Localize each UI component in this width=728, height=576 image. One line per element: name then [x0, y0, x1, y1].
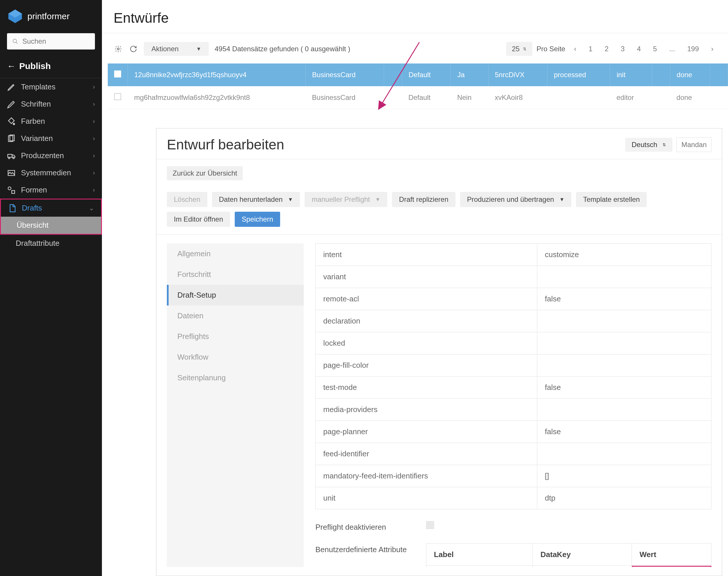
delete-button[interactable]: Löschen: [167, 192, 207, 207]
preflight-disable-checkbox[interactable]: [426, 521, 434, 529]
mandant-input[interactable]: [676, 138, 711, 152]
pager-page[interactable]: 4: [634, 43, 644, 55]
col-type[interactable]: BusinessCard: [305, 63, 384, 86]
search-input-wrapper[interactable]: [7, 33, 95, 50]
col-variant[interactable]: Default: [402, 63, 450, 86]
kv-value: [537, 399, 711, 421]
pager-prev[interactable]: ‹: [571, 43, 579, 55]
download-data-button[interactable]: Daten herunterladen▼: [212, 192, 300, 207]
pagination: ‹ 1 2 3 4 5 ... 199 ›: [571, 43, 716, 55]
nav-templates[interactable]: Templates›: [0, 78, 102, 95]
kv-key: feed-identifier: [316, 443, 537, 465]
tab-fortschritt[interactable]: Fortschritt: [167, 264, 304, 285]
custom-attributes-table: Label DataKey Wert Auflage quantity: [426, 543, 711, 567]
open-editor-button[interactable]: Im Editor öffnen: [167, 212, 230, 227]
cell: mg6hafmzuowlfwla6sh92zg2vtkk9nt8: [128, 86, 306, 109]
kv-key: mandatory-feed-item-identifiers: [316, 465, 537, 487]
nav-drafts-draftattribute[interactable]: Draftattribute: [0, 235, 102, 252]
detail-tabs: Allgemein Fortschritt Draft-Setup Dateie…: [167, 243, 304, 567]
select-all-header[interactable]: [108, 63, 128, 86]
pager-page[interactable]: 5: [650, 43, 660, 55]
nav-farben[interactable]: Farben›: [0, 113, 102, 130]
kv-row: intentcustomize: [316, 244, 711, 266]
search-input[interactable]: [22, 37, 90, 46]
nav-drafts[interactable]: Drafts⌄: [1, 199, 101, 217]
pager-next[interactable]: ›: [708, 43, 716, 55]
kv-key: intent: [316, 244, 537, 266]
nav-systemmedien[interactable]: Systemmedien›: [0, 164, 102, 181]
pager-page[interactable]: 2: [602, 43, 612, 55]
nav-label: Schriften: [21, 99, 51, 109]
caret-down-icon: ▼: [196, 46, 201, 52]
kv-value: false: [537, 377, 711, 399]
page-size-control: 25 ⇅ Pro Seite: [506, 42, 565, 56]
preflight-disable-row: Preflight deaktivieren: [315, 521, 711, 532]
table-row[interactable]: mg6hafmzuowlfwla6sh92zg2vtkk9nt8 Busines…: [108, 86, 728, 109]
col-id[interactable]: 12u8nnike2vwfjrzc36yd1f5qshuoyv4: [128, 63, 306, 86]
kv-value: []: [537, 465, 711, 487]
tab-dateien[interactable]: Dateien: [167, 306, 304, 326]
caret-down-icon: ▼: [288, 197, 293, 203]
attr-col-datakey: DataKey: [533, 544, 632, 566]
cell: xvKAoir8: [488, 86, 547, 109]
chevron-right-icon: ›: [93, 169, 95, 177]
produce-transfer-button[interactable]: Produzieren und übertragen▼: [460, 192, 572, 207]
preflight-disable-label: Preflight deaktivieren: [315, 521, 414, 532]
language-select[interactable]: Deutsch ⇅: [625, 138, 672, 152]
label: Daten herunterladen: [219, 195, 283, 204]
kv-row: page-plannerfalse: [316, 421, 711, 443]
sidebar: printformer ← Publish Templates› Schrift…: [0, 0, 102, 576]
kv-row: feed-identifier: [316, 443, 711, 465]
kv-row: locked: [316, 332, 711, 354]
nav-varianten[interactable]: Varianten›: [0, 130, 102, 147]
col-blank2[interactable]: [652, 63, 670, 86]
nav-schriften[interactable]: Schriften›: [0, 95, 102, 113]
col-blank3[interactable]: [710, 63, 728, 86]
kv-row: test-modefalse: [316, 377, 711, 399]
edit-draft-modal: Entwurf bearbeiten Deutsch ⇅ Zurück zur …: [156, 128, 722, 576]
settings-button[interactable]: [114, 44, 123, 54]
row-checkbox[interactable]: [114, 93, 121, 100]
arrow-left-icon: ←: [7, 61, 16, 71]
tab-allgemein[interactable]: Allgemein: [167, 243, 304, 264]
cell: [547, 86, 610, 109]
col-yesno[interactable]: Ja: [451, 63, 488, 86]
col-status2[interactable]: init: [610, 63, 652, 86]
chevron-down-icon: ⌄: [89, 204, 94, 212]
custom-attributes-row: Benutzerdefinierte Attribute Label DataK…: [315, 543, 711, 567]
nav-label: Systemmedien: [21, 168, 71, 177]
tab-preflights[interactable]: Preflights: [167, 326, 304, 347]
col-code[interactable]: 5nrcDiVX: [488, 63, 547, 86]
modal-header: Entwurf bearbeiten Deutsch ⇅: [156, 128, 722, 159]
col-blank1[interactable]: [384, 63, 402, 86]
custom-attributes-label: Benutzerdefinierte Attribute: [315, 543, 414, 554]
attr-col-label: Label: [426, 544, 533, 566]
manual-preflight-button[interactable]: manueller Preflight▼: [304, 192, 387, 207]
actions-dropdown[interactable]: Aktionen ▼: [144, 42, 209, 56]
modal-title: Entwurf bearbeiten: [167, 137, 284, 152]
tab-seitenplanung[interactable]: Seitenplanung: [167, 368, 304, 388]
refresh-button[interactable]: [129, 44, 138, 54]
kv-row: media-providers: [316, 399, 711, 421]
tab-workflow[interactable]: Workflow: [167, 347, 304, 368]
chevron-right-icon: ›: [93, 100, 95, 108]
replicate-draft-button[interactable]: Draft replizieren: [392, 192, 455, 207]
page-size-select[interactable]: 25 ⇅: [506, 42, 533, 56]
chevron-right-icon: ›: [93, 186, 95, 194]
kv-value: customize: [537, 244, 711, 266]
create-template-button[interactable]: Template erstellen: [576, 192, 647, 207]
pager-page[interactable]: 1: [586, 43, 595, 55]
svg-point-2: [13, 39, 17, 42]
attr-key: quantity: [533, 566, 632, 567]
col-done[interactable]: done: [670, 63, 710, 86]
pager-page[interactable]: 3: [618, 43, 628, 55]
save-button[interactable]: Speichern: [235, 212, 280, 227]
back-to-overview-link[interactable]: Zurück zur Übersicht: [167, 166, 243, 180]
col-status1[interactable]: processed: [547, 63, 610, 86]
nav-formen[interactable]: Formen›: [0, 181, 102, 199]
back-to-publish[interactable]: ← Publish: [0, 57, 102, 78]
nav-drafts-uebersicht[interactable]: Übersicht: [1, 217, 101, 234]
pager-page[interactable]: 199: [684, 43, 702, 55]
nav-produzenten[interactable]: Produzenten›: [0, 147, 102, 164]
tab-draft-setup[interactable]: Draft-Setup: [167, 285, 304, 306]
